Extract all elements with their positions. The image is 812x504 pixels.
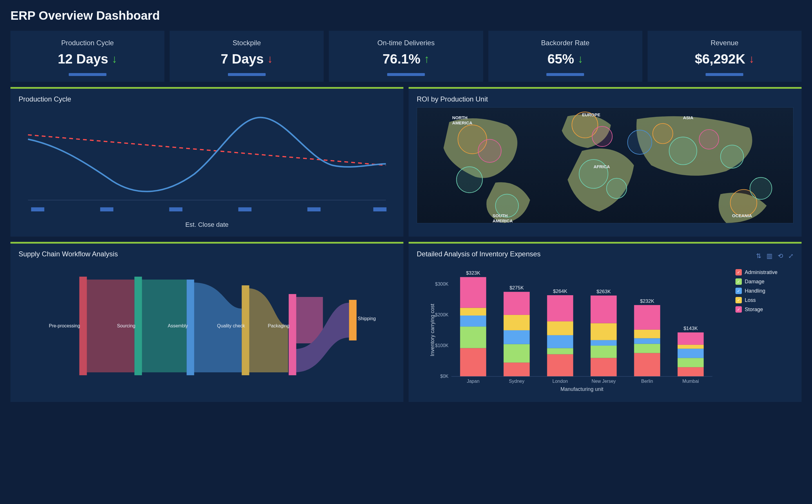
kpi-bar-placeholder xyxy=(228,73,266,76)
kpi-value: 12 Days↓ xyxy=(58,51,117,67)
chart-xlabel: Est. Close date xyxy=(19,221,395,229)
svg-rect-35 xyxy=(460,316,486,327)
arrow-down-icon: ↓ xyxy=(267,53,273,64)
svg-rect-48 xyxy=(547,348,573,354)
svg-text:London: London xyxy=(552,379,568,384)
svg-rect-49 xyxy=(547,335,573,348)
svg-rect-41 xyxy=(504,344,530,363)
panel-toolbar: ⇅ ▥ ⟲ ⤢ xyxy=(756,252,793,260)
legend-item-damage[interactable]: ✓Damage xyxy=(735,278,793,285)
chart-type-icon[interactable]: ▥ xyxy=(766,252,773,260)
world-map[interactable]: NORTH AMERICA EUROPE ASIA AFRICA SOUTH A… xyxy=(417,107,793,223)
legend-item-storage[interactable]: ✓Storage xyxy=(735,306,793,313)
svg-point-18 xyxy=(699,130,719,149)
kpi-label: On-time Deliveries xyxy=(377,39,434,47)
production-line-chart[interactable] xyxy=(19,107,395,217)
panel-title: Detailed Analysis of Inventory Expenses xyxy=(417,250,541,258)
svg-point-17 xyxy=(669,137,697,165)
svg-text:Mumbai: Mumbai xyxy=(682,379,699,384)
chart-legend: ✓Administrative ✓Damage ✓Handling ✓Loss … xyxy=(735,266,793,394)
svg-text:Inventory carrying cost: Inventory carrying cost xyxy=(429,304,435,356)
svg-rect-22 xyxy=(79,277,87,375)
sankey-node-label: Sourcing xyxy=(117,323,135,328)
refresh-icon[interactable]: ⟲ xyxy=(778,252,783,260)
map-label: OCEANIA xyxy=(732,213,752,218)
kpi-label: Stockpile xyxy=(233,39,261,47)
legend-item-loss[interactable]: ✓Loss xyxy=(735,297,793,303)
sankey-node-label: Pre-processing xyxy=(49,323,80,328)
svg-rect-54 xyxy=(591,358,617,376)
map-label: AMERICA xyxy=(492,218,513,223)
arrow-down-icon: ↓ xyxy=(578,53,583,64)
panel-title: ROI by Production Unit xyxy=(417,95,793,103)
panel-production-cycle: Production Cycle Est. Close date xyxy=(10,87,403,237)
panel-inventory-expenses: Detailed Analysis of Inventory Expenses … xyxy=(409,242,802,402)
map-label: AFRICA xyxy=(594,164,610,169)
svg-text:$300K: $300K xyxy=(435,282,449,287)
sankey-node-label: Shipping xyxy=(358,316,376,321)
svg-rect-62 xyxy=(634,344,660,353)
svg-rect-25 xyxy=(242,285,249,375)
kpi-label: Production Cycle xyxy=(61,39,114,47)
map-label: ASIA xyxy=(683,115,693,120)
kpi-production-cycle[interactable]: Production Cycle 12 Days↓ xyxy=(10,31,164,82)
kpi-backorder-rate[interactable]: Backorder Rate 65%↓ xyxy=(488,31,642,82)
legend-item-administrative[interactable]: ✓Administrative xyxy=(735,269,793,275)
svg-point-14 xyxy=(606,178,627,199)
svg-rect-5 xyxy=(307,207,320,211)
kpi-value: 65%↓ xyxy=(548,51,583,67)
arrow-down-icon: ↓ xyxy=(749,53,754,64)
kpi-bar-placeholder xyxy=(546,73,584,76)
kpi-value: 76.1%↑ xyxy=(383,51,429,67)
sankey-chart[interactable]: Pre-processing Sourcing Assembly Quality… xyxy=(19,262,395,390)
svg-rect-68 xyxy=(678,367,704,376)
kpi-bar-placeholder xyxy=(69,73,106,76)
svg-rect-69 xyxy=(678,358,704,367)
kpi-revenue[interactable]: Revenue $6,292K↓ xyxy=(648,31,802,82)
svg-rect-3 xyxy=(169,207,182,211)
kpi-bar-placeholder xyxy=(387,73,425,76)
sort-icon[interactable]: ⇅ xyxy=(756,252,761,260)
svg-text:Manufacturing unit: Manufacturing unit xyxy=(560,386,603,392)
svg-rect-61 xyxy=(634,353,660,376)
kpi-label: Backorder Rate xyxy=(541,39,590,47)
svg-rect-43 xyxy=(504,315,530,330)
svg-point-8 xyxy=(478,139,501,162)
expand-icon[interactable]: ⤢ xyxy=(788,252,793,260)
svg-rect-56 xyxy=(591,340,617,346)
svg-rect-42 xyxy=(504,330,530,344)
svg-rect-36 xyxy=(460,308,486,316)
kpi-value: 7 Days↓ xyxy=(221,51,273,67)
kpi-value: $6,292K↓ xyxy=(695,51,754,67)
svg-text:$275K: $275K xyxy=(510,285,524,291)
svg-text:$200K: $200K xyxy=(435,312,449,317)
svg-rect-72 xyxy=(678,332,704,345)
svg-text:$232K: $232K xyxy=(640,298,655,304)
svg-rect-23 xyxy=(135,277,142,375)
arrow-down-icon: ↓ xyxy=(112,53,117,64)
svg-rect-64 xyxy=(634,330,660,338)
kpi-on-time-deliveries[interactable]: On-time Deliveries 76.1%↑ xyxy=(329,31,483,82)
svg-text:$100K: $100K xyxy=(435,343,449,348)
svg-rect-37 xyxy=(460,277,486,308)
panel-roi-map: ROI by Production Unit xyxy=(409,87,802,237)
svg-rect-47 xyxy=(547,354,573,376)
panel-title: Supply Chain Workflow Analysis xyxy=(19,250,395,258)
svg-rect-50 xyxy=(547,321,573,335)
svg-point-21 xyxy=(750,177,772,200)
svg-rect-70 xyxy=(678,349,704,358)
svg-text:New Jersey: New Jersey xyxy=(592,379,616,384)
kpi-stockpile[interactable]: Stockpile 7 Days↓ xyxy=(170,31,324,82)
panel-supply-chain: Supply Chain Workflow Analysis xyxy=(10,242,403,402)
svg-point-19 xyxy=(721,145,744,168)
svg-rect-4 xyxy=(238,207,251,211)
svg-text:Sydney: Sydney xyxy=(509,379,524,384)
map-label: NORTH xyxy=(452,115,467,120)
stacked-bar-chart[interactable]: $0K$100K$200K$300KInventory carrying cos… xyxy=(417,266,730,394)
svg-text:$143K: $143K xyxy=(684,326,698,331)
legend-item-handling[interactable]: ✓Handling xyxy=(735,288,793,294)
svg-rect-44 xyxy=(504,292,530,315)
svg-point-12 xyxy=(592,126,612,147)
svg-rect-58 xyxy=(591,295,617,323)
svg-text:Berlin: Berlin xyxy=(641,379,653,384)
